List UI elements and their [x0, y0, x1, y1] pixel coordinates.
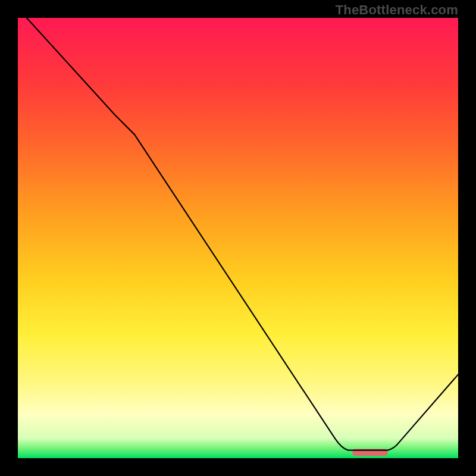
watermark-label: TheBottleneck.com — [336, 2, 458, 18]
chart-plot — [18, 18, 458, 458]
chart-background — [18, 18, 458, 458]
chart-frame: TheBottleneck.com — [0, 0, 476, 476]
